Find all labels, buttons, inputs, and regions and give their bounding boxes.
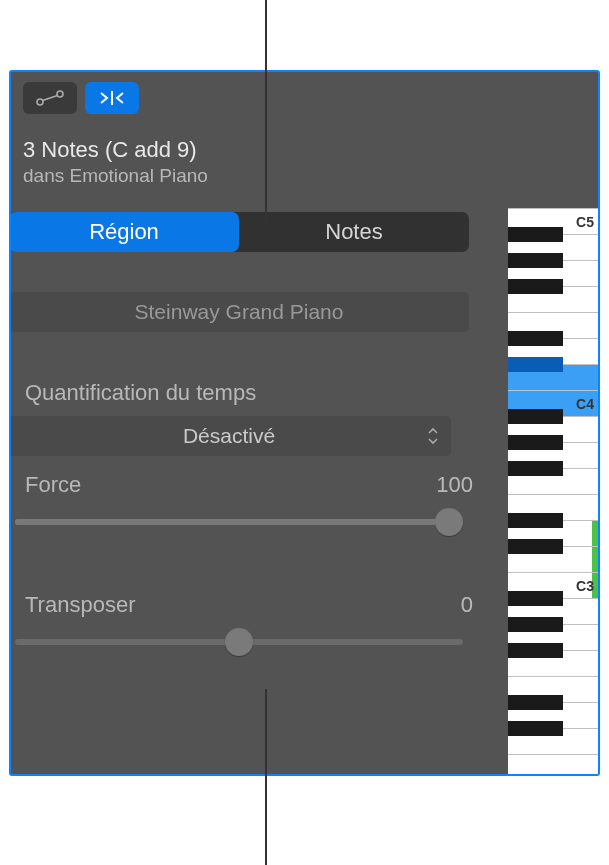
black-key[interactable] <box>508 461 563 476</box>
catch-icon <box>97 89 127 107</box>
force-param: Force 100 <box>25 472 473 536</box>
piano-keyboard[interactable]: C5 C4 C3 <box>508 208 598 774</box>
black-key[interactable] <box>508 279 563 294</box>
transpose-label: Transposer <box>25 592 135 618</box>
svg-point-1 <box>57 91 63 97</box>
white-key[interactable] <box>508 754 598 776</box>
force-value: 100 <box>436 472 473 498</box>
black-key[interactable] <box>508 695 563 710</box>
inspector-panel: 3 Notes (C add 9) dans Emotional Piano R… <box>9 70 600 776</box>
quantize-label: Quantification du temps <box>25 380 256 406</box>
transpose-value: 0 <box>461 592 473 618</box>
automation-tool-button[interactable] <box>23 82 77 114</box>
force-slider-thumb[interactable] <box>435 508 463 536</box>
force-label: Force <box>25 472 81 498</box>
quantize-value: Désactivé <box>183 424 275 448</box>
black-key[interactable] <box>508 227 563 242</box>
black-key[interactable] <box>508 617 563 632</box>
black-key-selected[interactable] <box>508 357 563 372</box>
tab-notes[interactable]: Notes <box>239 212 469 252</box>
key-label-c4: C4 <box>576 396 594 412</box>
black-key[interactable] <box>508 539 563 554</box>
black-key[interactable] <box>508 643 563 658</box>
instrument-name-field[interactable]: Steinway Grand Piano <box>9 292 469 332</box>
title-block: 3 Notes (C add 9) dans Emotional Piano <box>23 137 208 187</box>
callout-line-top <box>265 0 267 225</box>
callout-line-bottom <box>265 689 267 865</box>
transpose-slider-thumb[interactable] <box>225 628 253 656</box>
tab-region[interactable]: Région <box>9 212 239 252</box>
black-key[interactable] <box>508 591 563 606</box>
catch-tool-button[interactable] <box>85 82 139 114</box>
instrument-name-label: Steinway Grand Piano <box>135 300 344 324</box>
quantize-section: Quantification du temps Désactivé <box>25 380 473 456</box>
black-key[interactable] <box>508 721 563 736</box>
key-label-c5: C5 <box>576 214 594 230</box>
automation-icon <box>35 89 65 107</box>
tab-bar: Région Notes <box>9 212 469 252</box>
force-slider-fill <box>15 519 463 525</box>
black-key[interactable] <box>508 513 563 528</box>
chevron-updown-icon <box>427 426 439 446</box>
black-key[interactable] <box>508 331 563 346</box>
black-key[interactable] <box>508 409 563 424</box>
selection-subtitle: dans Emotional Piano <box>23 165 208 187</box>
toolbar <box>23 82 139 114</box>
black-key[interactable] <box>508 435 563 450</box>
selection-title: 3 Notes (C add 9) <box>23 137 208 163</box>
transpose-param: Transposer 0 <box>25 592 473 656</box>
svg-line-2 <box>43 96 58 101</box>
force-slider[interactable] <box>15 508 463 536</box>
key-label-c3: C3 <box>576 578 594 594</box>
black-key[interactable] <box>508 253 563 268</box>
transpose-slider[interactable] <box>15 628 463 656</box>
quantize-dropdown[interactable]: Désactivé <box>9 416 451 456</box>
svg-point-0 <box>37 99 43 105</box>
